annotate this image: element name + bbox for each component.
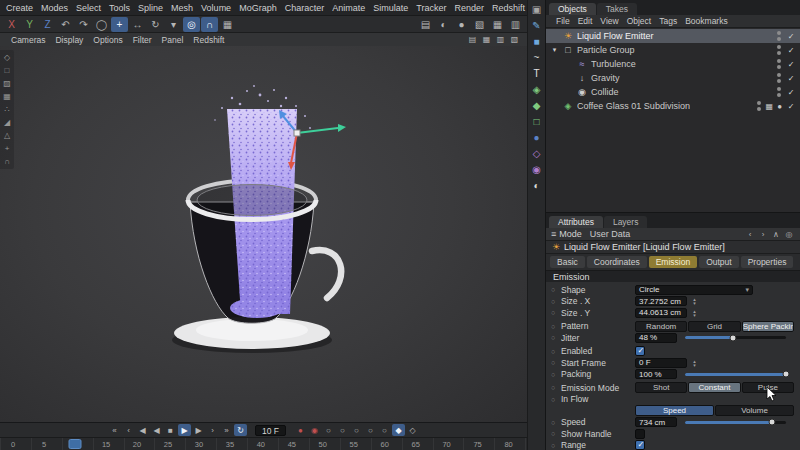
- scale-tool-icon[interactable]: ↔: [129, 17, 146, 32]
- shape-dropdown[interactable]: Circle▾: [635, 285, 753, 295]
- pen-tool-icon[interactable]: ✎: [529, 19, 544, 32]
- option-constant[interactable]: Constant: [688, 382, 740, 393]
- x-axis-lock-icon[interactable]: X: [3, 17, 20, 32]
- expander-icon[interactable]: ▾: [550, 46, 559, 54]
- view-single-icon[interactable]: ▤: [466, 34, 479, 46]
- option-shot[interactable]: Shot: [635, 382, 687, 393]
- keyframe-dot-icon[interactable]: [549, 348, 557, 355]
- object-row-liquid-flow-emitter[interactable]: ☀Liquid Flow Emitter✓: [546, 29, 800, 43]
- size-x-input[interactable]: 37.2752 cm: [635, 296, 687, 306]
- back-icon[interactable]: ‹: [744, 229, 756, 240]
- menu-mograph[interactable]: MoGraph: [235, 3, 281, 13]
- keyframe-selection-icon[interactable]: ◆: [392, 424, 405, 436]
- last-tool-icon[interactable]: ▾: [165, 17, 182, 32]
- prev-key-icon[interactable]: ‹: [122, 424, 135, 436]
- goto-end-icon[interactable]: »: [220, 424, 233, 436]
- option-random[interactable]: Random: [635, 321, 687, 332]
- timeline-ruler[interactable]: 05101520253035404550556065707580: [0, 437, 527, 450]
- slider-knob[interactable]: [730, 334, 737, 341]
- objects-menu-bookmarks[interactable]: Bookmarks: [681, 16, 732, 26]
- undo-icon[interactable]: ↶: [57, 17, 74, 32]
- menu-create[interactable]: Create: [2, 3, 37, 13]
- mode-menu[interactable]: ≡Mode: [551, 229, 582, 239]
- viewport-menu-cameras[interactable]: Cameras: [6, 35, 50, 45]
- keyframe-dot-icon[interactable]: [549, 359, 557, 366]
- spline-icon[interactable]: ~: [529, 51, 544, 64]
- menu-simulate[interactable]: Simulate: [369, 3, 412, 13]
- slider-knob[interactable]: [783, 371, 790, 378]
- cube-primitive-icon[interactable]: ■: [529, 35, 544, 48]
- goto-start-icon[interactable]: «: [108, 424, 121, 436]
- prev-frame-icon[interactable]: ◀: [136, 424, 149, 436]
- axis-mode-icon[interactable]: +: [1, 143, 13, 154]
- speed-slider[interactable]: [685, 421, 786, 424]
- speed-input[interactable]: 734 cm: [635, 417, 677, 427]
- current-frame-marker[interactable]: [69, 439, 82, 449]
- menu-tracker[interactable]: Tracker: [412, 3, 450, 13]
- attr-section-tab-basic[interactable]: Basic: [550, 256, 585, 268]
- cup-handle[interactable]: [312, 250, 341, 298]
- attr-section-tab-coordinates[interactable]: Coordinates: [587, 256, 647, 268]
- attr-section-tab-emission[interactable]: Emission: [649, 256, 697, 268]
- keyframe-dot-icon[interactable]: [549, 309, 557, 316]
- menu-render[interactable]: Render: [450, 3, 488, 13]
- visibility-dots[interactable]: [777, 31, 782, 41]
- extrude-icon[interactable]: ◆: [529, 99, 544, 112]
- layout-2-icon[interactable]: ▥: [507, 17, 524, 32]
- viewport-menu-redshift[interactable]: Redshift: [188, 35, 229, 45]
- sphere-primitive-icon[interactable]: ●: [529, 131, 544, 144]
- menu-redshift[interactable]: Redshift: [488, 3, 527, 13]
- move-tool-icon[interactable]: +: [111, 17, 128, 32]
- keyframe-dot-icon[interactable]: [549, 396, 557, 403]
- enable-check-icon[interactable]: ✓: [786, 88, 796, 97]
- viewport-menu-display[interactable]: Display: [50, 35, 88, 45]
- viewport-menu-panel[interactable]: Panel: [157, 35, 189, 45]
- attr-section-tab-output[interactable]: Output: [699, 256, 739, 268]
- size-x-stepper[interactable]: ▴▾: [691, 297, 698, 305]
- rotate-tool-icon[interactable]: ↻: [147, 17, 164, 32]
- phong-tag-icon[interactable]: ●: [777, 102, 782, 111]
- objects-menu-file[interactable]: File: [552, 16, 574, 26]
- jitter-slider[interactable]: [685, 336, 786, 339]
- attributes-tab-attributes[interactable]: Attributes: [549, 216, 603, 228]
- render-settings-icon[interactable]: ●: [453, 17, 470, 32]
- texture-mode-icon[interactable]: ▨: [1, 78, 13, 89]
- objects-menu-view[interactable]: View: [596, 16, 622, 26]
- quantize-icon[interactable]: ▦: [219, 17, 236, 32]
- material-icon[interactable]: ◐: [529, 179, 544, 192]
- deformer-icon[interactable]: ◇: [529, 147, 544, 160]
- show-handle-checkbox[interactable]: [635, 429, 645, 439]
- enable-check-icon[interactable]: ✓: [786, 74, 796, 83]
- text-icon[interactable]: T: [529, 67, 544, 80]
- keyframe-dot-icon[interactable]: [549, 323, 557, 330]
- render-view-icon[interactable]: ▤: [417, 17, 434, 32]
- record-keyframe-icon[interactable]: ●: [294, 424, 307, 436]
- visibility-dots[interactable]: [777, 87, 782, 97]
- screen-icon[interactable]: ▣: [529, 3, 544, 16]
- keyframe-position-icon[interactable]: ○: [322, 424, 335, 436]
- jitter-input[interactable]: 48 %: [635, 333, 677, 343]
- range-checkbox[interactable]: [635, 440, 645, 450]
- loop-icon[interactable]: ↻: [234, 424, 247, 436]
- size-y-input[interactable]: 44.0613 cm: [635, 308, 687, 318]
- visibility-dots[interactable]: [757, 101, 762, 111]
- keyframe-pla-icon[interactable]: ○: [378, 424, 391, 436]
- enable-check-icon[interactable]: ✓: [786, 32, 796, 41]
- live-selection-icon[interactable]: ◯: [93, 17, 110, 32]
- autokey-icon[interactable]: ◉: [308, 424, 321, 436]
- attr-section-tab-properties[interactable]: Properties: [741, 256, 794, 268]
- packing-slider[interactable]: [685, 373, 786, 376]
- keyframe-dot-icon[interactable]: [549, 298, 557, 305]
- menu-tools[interactable]: Tools: [105, 3, 134, 13]
- objects-menu-tags[interactable]: Tags: [655, 16, 681, 26]
- scene-3d[interactable]: [0, 46, 527, 422]
- interactive-render-region-icon[interactable]: ▧: [471, 17, 488, 32]
- field-icon[interactable]: ◉: [529, 163, 544, 176]
- object-row-particle-group[interactable]: ▾□Particle Group✓: [546, 43, 800, 57]
- menu-select[interactable]: Select: [72, 3, 105, 13]
- option-sphere-packing[interactable]: Sphere Packing: [742, 321, 794, 332]
- lock-icon[interactable]: ◎: [783, 229, 795, 240]
- coordinate-system-icon[interactable]: ◎: [183, 17, 200, 32]
- visibility-dots[interactable]: [777, 73, 782, 83]
- visibility-dots[interactable]: [777, 45, 782, 55]
